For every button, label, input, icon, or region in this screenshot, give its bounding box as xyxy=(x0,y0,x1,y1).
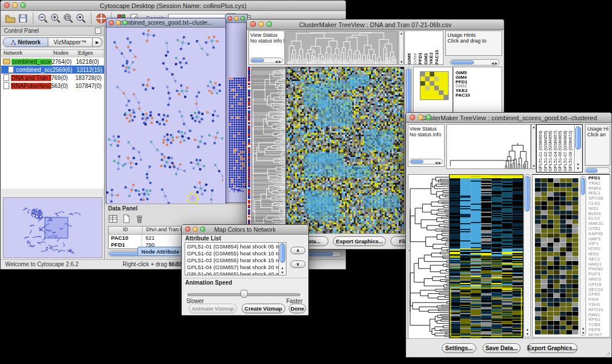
mini-heatmap-cell xyxy=(425,95,430,99)
minimize-button[interactable] xyxy=(234,16,239,21)
zoom-button[interactable] xyxy=(123,20,128,25)
animation-speed-slider[interactable] xyxy=(188,290,300,298)
attribute-list-item[interactable]: GPL51-06 (GSM865) heat shock 40 min xyxy=(185,271,278,275)
zoom-selected-icon[interactable] xyxy=(75,12,87,25)
slider-thumb[interactable] xyxy=(240,290,248,298)
tv2-zoom-heatmap-canvas[interactable] xyxy=(535,178,579,335)
tv2-column-dendrogram[interactable] xyxy=(446,124,531,169)
mini-heatmap-cell xyxy=(434,90,439,95)
attribute-list-item[interactable]: GPL51-01 (GSM854) heat shock 05 min xyxy=(185,243,278,250)
tv1-global-strip[interactable] xyxy=(248,67,251,235)
tv2-gene-dendrogram[interactable] xyxy=(408,174,449,339)
create-vizmap-button[interactable]: Create Vizmap xyxy=(242,304,285,313)
zoom-button[interactable] xyxy=(240,16,245,21)
zoom-out-icon[interactable] xyxy=(37,12,49,25)
close-button[interactable] xyxy=(185,227,190,232)
tv1-gene-dendrogram[interactable] xyxy=(251,67,286,236)
export-graphics-button[interactable]: Export Graphics... xyxy=(333,236,386,246)
zoom-fit-icon[interactable] xyxy=(62,12,75,25)
tv1-heatmap-canvas[interactable] xyxy=(286,67,404,236)
network-list-row[interactable]: DNA and Tran 07769(0)183728(0) xyxy=(1,74,104,82)
tv2-usage-hscrollbar[interactable] xyxy=(585,167,610,174)
mini-heatmap-cell xyxy=(420,95,425,99)
minimize-button[interactable] xyxy=(418,114,423,120)
zoom-button[interactable] xyxy=(200,227,205,232)
zoom-button[interactable] xyxy=(266,21,272,27)
open-session-icon[interactable] xyxy=(4,12,17,25)
zoom-in-icon[interactable] xyxy=(49,12,62,25)
minimize-button[interactable] xyxy=(116,20,121,25)
main-titlebar[interactable]: Cytoscape Desktop (Session Name: collins… xyxy=(1,1,346,11)
done-button[interactable]: Done xyxy=(289,304,306,313)
network-overview-panel xyxy=(3,197,102,258)
attr-col-id[interactable]: ID xyxy=(109,227,143,234)
tv2-column-vscrollbar[interactable]: ▲ ▼ xyxy=(574,125,582,171)
mini-heatmap-cell xyxy=(430,72,434,76)
network-graph-canvas[interactable] xyxy=(106,28,223,205)
map-dialog-title: Map Colors to Network xyxy=(215,226,276,233)
close-button[interactable] xyxy=(4,2,10,8)
dense-network-canvas[interactable] xyxy=(229,78,246,193)
network-name[interactable]: DNA and Tran 07 xyxy=(11,75,51,81)
new-attribute-icon[interactable] xyxy=(121,213,131,224)
float-panel-icon[interactable] xyxy=(95,28,101,34)
mini-heatmap-cell xyxy=(439,86,443,90)
network-name[interactable]: combined_scores xyxy=(12,59,52,65)
treeview1-titlebar[interactable]: ClusterMaker TreeView : DNA and Tran 07-… xyxy=(247,20,504,30)
tv1-column-dendrogram[interactable] xyxy=(285,30,398,65)
attribute-list-vscrollbar[interactable]: ▲ ▼ xyxy=(278,243,286,275)
gene-label[interactable]: MON2 xyxy=(588,333,610,336)
col-header-nodes[interactable]: Nodes xyxy=(53,50,78,58)
attribute-list-item[interactable]: GPL51-04 (GSM857) heat shock 20 min xyxy=(185,264,278,271)
resize-grip-icon[interactable] xyxy=(604,350,611,357)
tv2-bottom-bar: Settings... Save Data... Export Graphics… xyxy=(406,338,611,357)
tv2-heatmap-vscrollbar[interactable]: ▲ ▼ xyxy=(523,174,531,338)
network-nodes: 2764(0) xyxy=(52,59,76,65)
map-dialog-titlebar[interactable]: Map Colors to Network xyxy=(182,225,308,235)
move-down-button[interactable]: ∨ xyxy=(290,260,305,268)
delete-attribute-icon[interactable] xyxy=(134,213,144,224)
minimize-button[interactable] xyxy=(12,2,18,8)
attribute-list-item[interactable]: GPL51-02 (GSM855) heat shock 10 min xyxy=(185,250,278,257)
usage-hints-title: Usage Hints xyxy=(446,31,502,38)
zoom-button[interactable] xyxy=(426,114,431,120)
zoom-button[interactable] xyxy=(20,2,26,8)
tab-vizmapper[interactable]: VizMapper™ xyxy=(48,37,93,47)
network-name[interactable]: combined_sco xyxy=(16,67,52,73)
close-button[interactable] xyxy=(250,21,256,27)
tab-overflow-icon[interactable]: ▶ xyxy=(93,37,102,47)
tv1-right-hscrollbar[interactable]: ◀ ▶ xyxy=(450,59,499,66)
tv2-dendro-scroll-strip[interactable]: ▲ ▼ xyxy=(531,124,536,169)
move-up-button[interactable]: ∧ xyxy=(290,247,305,254)
tv2-column-label: GPL51-08 (GSM872) xyxy=(568,125,573,171)
tv2-heatmap-canvas[interactable] xyxy=(449,174,523,339)
view-status-scrollbar[interactable]: ◀ ▶ xyxy=(250,58,283,63)
tv1-mini-heatmap[interactable] xyxy=(420,71,449,100)
save-data-button[interactable]: Save Data... xyxy=(483,343,521,353)
save-session-icon[interactable] xyxy=(17,12,29,25)
network-overview-canvas[interactable] xyxy=(3,198,102,258)
col-header-network[interactable]: Network xyxy=(1,50,53,58)
attribute-select-icon[interactable] xyxy=(108,213,118,224)
close-button[interactable] xyxy=(228,16,232,21)
minimize-button[interactable] xyxy=(258,21,264,27)
network-list-row[interactable]: RNAPuberNov2+563(0)107847(0) xyxy=(1,82,104,90)
network-nodes: 769(0) xyxy=(51,75,75,81)
tab-network[interactable]: Network xyxy=(3,37,48,47)
network-name[interactable]: RNAPuberNov2+ xyxy=(11,83,51,89)
tv1-dendro-scroll-strip[interactable]: ▲ ▼ xyxy=(399,30,404,65)
animate-vizmap-button[interactable]: Animate Vizmap xyxy=(189,304,237,313)
col-header-edges[interactable]: Edges xyxy=(78,50,104,58)
minimize-button[interactable] xyxy=(193,227,198,232)
close-button[interactable] xyxy=(410,114,415,120)
export-graphics-button[interactable]: Export Graphics... xyxy=(527,343,577,353)
network-nodes: 563(0) xyxy=(51,83,75,89)
network-list-row[interactable]: combined_sco2569(6)13112(15) xyxy=(1,66,104,74)
treeview2-titlebar[interactable]: ClusterMaker TreeView : combined_scores_… xyxy=(406,113,611,123)
attribute-list-item[interactable]: GPL51-03 (GSM856) heat shock 15 min xyxy=(185,257,278,264)
view-status-scrollbar[interactable]: ◀ ▶ xyxy=(410,159,443,164)
settings-button[interactable]: Settings... xyxy=(442,343,476,353)
close-button[interactable] xyxy=(109,20,114,25)
tv2-zoom-vscrollbar[interactable]: ▲ ▼ xyxy=(580,176,586,336)
network-list-row[interactable]: combined_scores2764(0)16218(0) xyxy=(1,58,104,66)
